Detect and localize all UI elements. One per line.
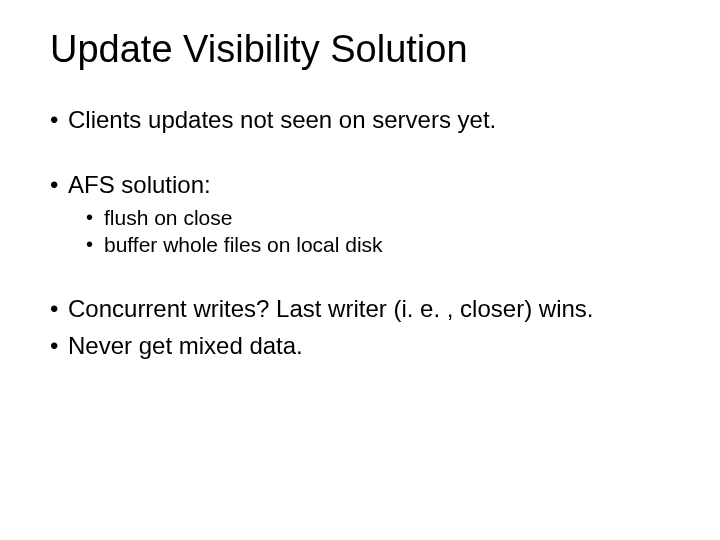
bullet-list: Concurrent writes? Last writer (i. e. , … (50, 293, 670, 361)
bullet-item: Clients updates not seen on servers yet. (50, 104, 670, 135)
bullet-list: AFS solution: flush on close buffer whol… (50, 169, 670, 259)
bullet-item: Concurrent writes? Last writer (i. e. , … (50, 293, 670, 324)
bullet-list: Clients updates not seen on servers yet. (50, 104, 670, 135)
bullet-item: Never get mixed data. (50, 330, 670, 361)
spacer (50, 265, 670, 293)
slide: Update Visibility Solution Clients updat… (0, 0, 720, 540)
bullet-item: AFS solution: flush on close buffer whol… (50, 169, 670, 259)
spacer (50, 141, 670, 169)
sub-bullet-item: buffer whole files on local disk (68, 231, 670, 258)
bullet-text: AFS solution: (68, 171, 211, 198)
sub-bullet-list: flush on close buffer whole files on loc… (68, 204, 670, 259)
sub-bullet-item: flush on close (68, 204, 670, 231)
slide-title: Update Visibility Solution (50, 28, 670, 72)
